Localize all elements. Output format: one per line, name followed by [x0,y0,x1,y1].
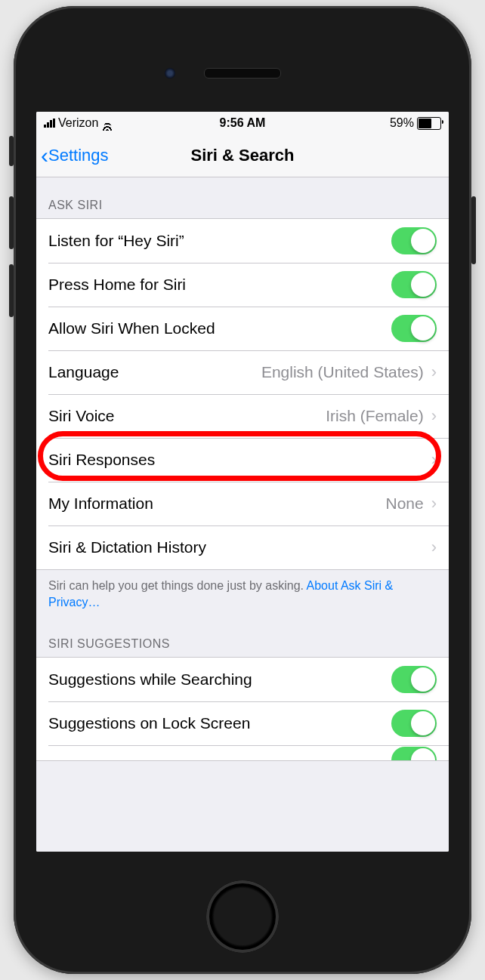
toggle-switch[interactable] [391,271,437,298]
row-siri-responses[interactable]: Siri Responses › [36,438,449,482]
row-label: Allow Siri When Locked [48,319,391,337]
back-button[interactable]: ‹ Settings [36,144,109,167]
earpiece-speaker [204,68,281,79]
ask-siri-footer: Siri can help you get things done just b… [36,570,449,616]
carrier-label: Verizon [58,116,98,130]
cellular-signal-icon [44,119,55,128]
section-header-siri-suggestions: SIRI SUGGESTIONS [36,616,449,657]
row-detail: English (United States) [261,363,424,381]
toggle-switch[interactable] [391,747,437,760]
chevron-right-icon: › [431,538,437,557]
row-label: Siri Voice [48,407,326,425]
row-cut-off[interactable] [36,745,449,760]
row-listen-hey-siri[interactable]: Listen for “Hey Siri” [36,219,449,263]
battery-icon [417,117,441,130]
status-bar: Verizon 9:56 AM 59% [36,112,449,134]
front-camera [165,68,175,79]
chevron-right-icon: › [431,406,437,426]
row-allow-siri-locked[interactable]: Allow Siri When Locked [36,307,449,350]
top-bezel [14,6,471,112]
navigation-bar: ‹ Settings Siri & Search [36,134,449,177]
row-suggestions-lock-screen[interactable]: Suggestions on Lock Screen [36,701,449,745]
row-language[interactable]: Language English (United States) › [36,350,449,394]
row-suggestions-searching[interactable]: Suggestions while Searching [36,658,449,701]
chevron-right-icon: › [431,362,437,382]
row-press-home-siri[interactable]: Press Home for Siri [36,263,449,307]
row-label: Press Home for Siri [48,276,391,294]
toggle-switch[interactable] [391,315,437,342]
row-label: Suggestions on Lock Screen [48,714,391,732]
toggle-switch[interactable] [391,666,437,693]
home-button[interactable] [206,880,279,953]
toggle-switch[interactable] [391,710,437,737]
row-label: Suggestions while Searching [48,670,391,689]
ask-siri-group: Listen for “Hey Siri” Press Home for Sir… [36,218,449,570]
row-label: Siri Responses [48,451,428,469]
row-siri-voice[interactable]: Siri Voice Irish (Female) › [36,394,449,438]
phone-body: Verizon 9:56 AM 59% ‹ Settings Siri & Se… [14,6,471,974]
row-label: Siri & Dictation History [48,538,428,556]
chevron-right-icon: › [431,450,437,470]
settings-scroll[interactable]: ASK SIRI Listen for “Hey Siri” Press Hom… [36,177,449,852]
toggle-switch[interactable] [391,227,437,254]
power-button [471,196,476,264]
footer-text: Siri can help you get things done just b… [48,579,307,592]
screen: Verizon 9:56 AM 59% ‹ Settings Siri & Se… [36,112,449,852]
row-detail: None [385,495,423,513]
chevron-right-icon: › [431,494,437,513]
wifi-icon [101,119,113,128]
back-label: Settings [48,146,109,165]
row-label: Listen for “Hey Siri” [48,232,391,250]
row-siri-dictation-history[interactable]: Siri & Dictation History › [36,525,449,569]
device-frame: Verizon 9:56 AM 59% ‹ Settings Siri & Se… [0,0,485,980]
section-header-ask-siri: ASK SIRI [36,177,449,218]
row-my-information[interactable]: My Information None › [36,482,449,525]
row-label: My Information [48,495,385,513]
battery-percent: 59% [390,116,414,130]
siri-suggestions-group: Suggestions while Searching Suggestions … [36,657,449,761]
row-detail: Irish (Female) [326,407,424,425]
chevron-left-icon: ‹ [41,144,48,167]
row-label: Language [48,363,261,381]
